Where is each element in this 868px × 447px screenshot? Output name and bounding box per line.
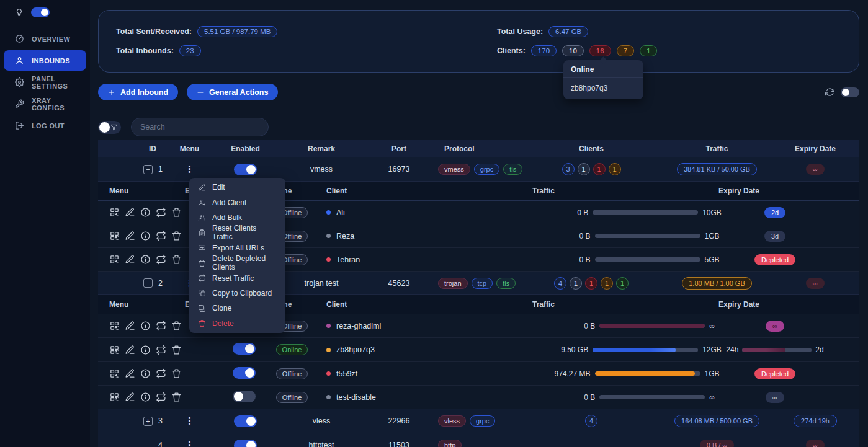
- menu-item-delete-depleted-clients[interactable]: Delete Depleted Clients: [189, 255, 285, 270]
- info-icon[interactable]: [140, 321, 151, 331]
- menu-item-export-all-urls[interactable]: Export All URLs: [189, 241, 285, 255]
- edit-icon[interactable]: [125, 321, 135, 331]
- sidebar-item-panel-settings[interactable]: PANEL SETTINGS: [4, 72, 86, 92]
- clients-active-count[interactable]: 10: [562, 45, 584, 56]
- total-inbounds-value: 23: [179, 45, 201, 56]
- protocol-tag: trojan: [438, 278, 468, 289]
- info-icon[interactable]: [140, 392, 151, 402]
- delete-icon[interactable]: [171, 368, 182, 379]
- inbound-remark: vless: [284, 417, 359, 425]
- menu-item-reset-clients-traffic[interactable]: Reset Clients Traffic: [189, 225, 285, 240]
- row-menu-button[interactable]: [185, 415, 194, 427]
- add-bulk-icon: [198, 213, 206, 221]
- menu-item-add-bulk[interactable]: Add Bulk: [189, 210, 285, 225]
- expiry-elapsed: 24h: [726, 345, 738, 354]
- client-count-total: 4: [585, 415, 597, 427]
- client-header-expiry: Expiry Date: [718, 187, 859, 195]
- edit-icon[interactable]: [125, 368, 135, 379]
- delete-icon[interactable]: [171, 207, 182, 218]
- menu-item-delete[interactable]: Delete: [189, 316, 285, 331]
- gauge-icon: [15, 34, 24, 43]
- expiry-pill: ∞: [766, 321, 784, 332]
- inbound-port: 22966: [359, 417, 427, 425]
- qr-code-icon[interactable]: [109, 207, 120, 218]
- clients-total-count[interactable]: 170: [531, 45, 557, 56]
- inbound-id: 3: [158, 417, 163, 425]
- sidebar-item-overview[interactable]: OVERVIEW: [4, 29, 86, 49]
- clients-online-count[interactable]: 1: [640, 45, 657, 56]
- edit-icon[interactable]: [125, 254, 135, 265]
- qr-code-icon[interactable]: [109, 231, 120, 241]
- reset-traffic-icon[interactable]: [156, 368, 166, 379]
- delete-icon[interactable]: [171, 231, 182, 241]
- delete-icon[interactable]: [171, 345, 182, 355]
- client-color-dot: [326, 210, 331, 215]
- qr-code-icon[interactable]: [109, 321, 120, 331]
- menu-item-reset-traffic[interactable]: Reset Traffic: [189, 270, 285, 285]
- qr-code-icon[interactable]: [109, 345, 120, 355]
- delete-icon[interactable]: [171, 254, 182, 265]
- reset-traffic-icon[interactable]: [156, 207, 166, 218]
- edit-icon[interactable]: [125, 207, 135, 218]
- sidebar-item-log-out[interactable]: LOG OUT: [4, 115, 86, 136]
- row-menu-button[interactable]: [185, 440, 194, 447]
- collapse-button[interactable]: −: [143, 278, 153, 288]
- traffic-bar: [595, 234, 700, 238]
- general-actions-button[interactable]: General Actions: [187, 84, 278, 100]
- header-remark: Remark: [284, 144, 359, 153]
- add-inbound-button[interactable]: Add Inbound: [98, 84, 178, 100]
- client-color-dot: [326, 395, 331, 399]
- edit-icon[interactable]: [125, 345, 135, 355]
- expand-button[interactable]: +: [143, 417, 153, 426]
- edit-icon[interactable]: [125, 231, 135, 241]
- client-enabled-toggle[interactable]: [233, 343, 256, 355]
- wrench-icon: [15, 99, 24, 108]
- client-enabled-toggle[interactable]: [233, 391, 256, 402]
- enabled-toggle[interactable]: [234, 415, 257, 427]
- qr-code-icon[interactable]: [109, 392, 120, 402]
- auto-refresh-toggle[interactable]: [841, 87, 859, 97]
- client-name: Reza: [336, 232, 354, 241]
- filter-toggle[interactable]: [98, 121, 121, 134]
- clients-expiring-count[interactable]: 7: [617, 45, 634, 56]
- info-icon[interactable]: [140, 231, 151, 241]
- clients-depleted-count[interactable]: 16: [589, 45, 611, 56]
- sidebar-item-label: XRAY CONFIGS: [32, 97, 83, 112]
- menu-item-edit[interactable]: Edit: [189, 180, 285, 195]
- reset-traffic-icon[interactable]: [156, 254, 166, 265]
- theme-toggle[interactable]: [31, 7, 50, 17]
- menu-item-copy-to-clipboard[interactable]: Copy to Clipboard: [189, 286, 285, 301]
- inbound-row-3: + 3 vless 22966 vless grpc 4 164.08 MB /…: [98, 409, 859, 433]
- menu-item-clone[interactable]: Clone: [189, 301, 285, 316]
- refresh-icon[interactable]: [825, 87, 834, 97]
- menu-item-add-client[interactable]: Add Client: [189, 195, 285, 210]
- reset-traffic-icon[interactable]: [156, 321, 166, 331]
- info-icon[interactable]: [140, 368, 151, 379]
- row-menu-button[interactable]: [185, 164, 194, 175]
- transport-tag: tcp: [472, 278, 493, 289]
- qr-code-icon[interactable]: [109, 254, 120, 265]
- qr-code-icon[interactable]: [109, 368, 120, 379]
- sidebar-item-xray-configs[interactable]: XRAY CONFIGS: [4, 94, 86, 114]
- client-enabled-toggle[interactable]: [233, 367, 256, 379]
- reset-traffic-icon[interactable]: [156, 392, 166, 402]
- info-icon[interactable]: [140, 345, 151, 355]
- total-sent-received-label: Total Sent/Received:: [116, 27, 192, 36]
- delete-icon[interactable]: [171, 392, 182, 402]
- enabled-toggle[interactable]: [234, 164, 257, 175]
- sidebar-item-label: OVERVIEW: [32, 35, 70, 43]
- search-input[interactable]: [131, 118, 269, 136]
- client-header-traffic: Traffic: [532, 187, 718, 195]
- delete-icon[interactable]: [171, 321, 182, 331]
- transport-tag: grpc: [474, 164, 499, 175]
- client-color-dot: [326, 257, 331, 262]
- collapse-button[interactable]: −: [143, 165, 153, 174]
- inbound-remark: vmess: [284, 165, 359, 174]
- sidebar-item-inbounds[interactable]: INBOUNDS: [4, 50, 86, 71]
- reset-traffic-icon[interactable]: [156, 345, 166, 355]
- info-icon[interactable]: [140, 254, 151, 265]
- edit-icon[interactable]: [125, 392, 135, 402]
- info-icon[interactable]: [140, 207, 151, 218]
- reset-traffic-icon[interactable]: [156, 231, 166, 241]
- enabled-toggle[interactable]: [234, 440, 257, 447]
